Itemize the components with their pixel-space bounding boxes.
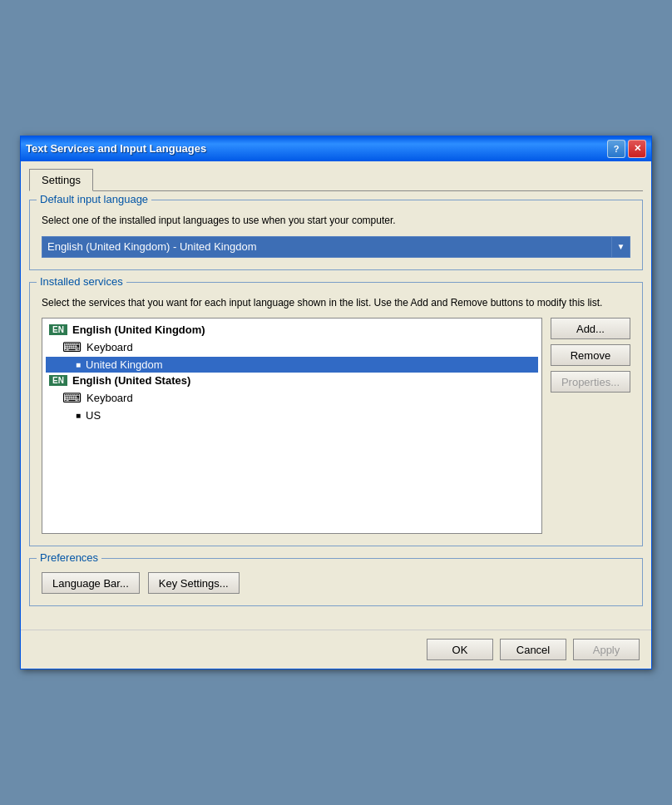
tab-settings[interactable]: Settings — [29, 169, 93, 191]
bullet-icon-uk: ■ — [76, 360, 81, 369]
keyboard-label-uk: Keyboard — [86, 341, 133, 353]
apply-button[interactable]: Apply — [573, 639, 640, 660]
close-button[interactable]: ✕ — [628, 140, 646, 158]
bullet-icon-us: ■ — [76, 411, 81, 420]
lang-english-uk: EN English (United Kingdom) — [46, 322, 538, 338]
ok-button[interactable]: OK — [427, 639, 493, 660]
preferences-row: Language Bar... Key Settings... — [42, 572, 630, 594]
service-subitem-united-kingdom[interactable]: ■ United Kingdom — [46, 357, 538, 373]
default-language-description: Select one of the installed input langua… — [42, 214, 630, 228]
default-input-language-label: Default input language — [37, 193, 151, 205]
default-input-language-group: Default input language Select one of the… — [29, 200, 643, 270]
help-button[interactable]: ? — [607, 140, 625, 158]
lang-badge-us: EN — [49, 375, 67, 386]
service-subitem-us[interactable]: ■ US — [46, 407, 538, 423]
service-type-keyboard-us: ⌨ Keyboard — [46, 388, 538, 407]
language-dropdown-row: English (United Kingdom) - United Kingdo… — [42, 236, 630, 258]
window-title: Text Services and Input Languages — [26, 142, 206, 155]
add-button[interactable]: Add... — [551, 318, 630, 339]
preferences-label: Preferences — [37, 551, 101, 564]
language-bar-button[interactable]: Language Bar... — [42, 572, 140, 594]
lang-name-us: English (United States) — [72, 374, 190, 387]
service-type-keyboard-uk: ⌨ Keyboard — [46, 338, 538, 357]
installed-services-group: Installed services Select the services t… — [29, 282, 643, 547]
dialog-window: Text Services and Input Languages ? ✕ Se… — [20, 136, 652, 670]
lang-name-uk: English (United Kingdom) — [72, 323, 205, 336]
dropdown-selected-value: English (United Kingdom) - United Kingdo… — [47, 240, 256, 253]
installed-services-description: Select the services that you want for ea… — [42, 296, 630, 310]
preferences-group: Preferences Language Bar... Key Settings… — [29, 558, 643, 606]
title-bar: Text Services and Input Languages ? ✕ — [21, 136, 651, 161]
services-buttons: Add... Remove Properties... — [551, 318, 630, 393]
keyboard-icon-us: ⌨ — [62, 390, 82, 406]
service-name-uk: United Kingdom — [86, 358, 163, 371]
service-name-us: US — [86, 409, 101, 422]
remove-button[interactable]: Remove — [551, 344, 630, 366]
title-bar-buttons: ? ✕ — [607, 140, 646, 158]
keyboard-label-us: Keyboard — [86, 392, 133, 404]
services-list[interactable]: EN English (United Kingdom) ⌨ Keyboard ■… — [42, 318, 542, 534]
main-content: Settings Default input language Select o… — [21, 161, 651, 627]
language-dropdown[interactable]: English (United Kingdom) - United Kingdo… — [42, 236, 612, 258]
services-section: EN English (United Kingdom) ⌨ Keyboard ■… — [42, 318, 630, 534]
lang-english-us: EN English (United States) — [46, 373, 538, 388]
installed-services-label: Installed services — [37, 275, 126, 288]
dropdown-arrow-icon[interactable]: ▼ — [612, 236, 630, 258]
lang-badge-uk: EN — [49, 324, 67, 335]
bottom-bar: OK Cancel Apply — [21, 630, 651, 669]
cancel-button[interactable]: Cancel — [500, 639, 566, 660]
tab-bar: Settings — [29, 168, 643, 191]
keyboard-icon-uk: ⌨ — [62, 339, 82, 355]
key-settings-button[interactable]: Key Settings... — [148, 572, 240, 594]
properties-button[interactable]: Properties... — [551, 371, 630, 393]
